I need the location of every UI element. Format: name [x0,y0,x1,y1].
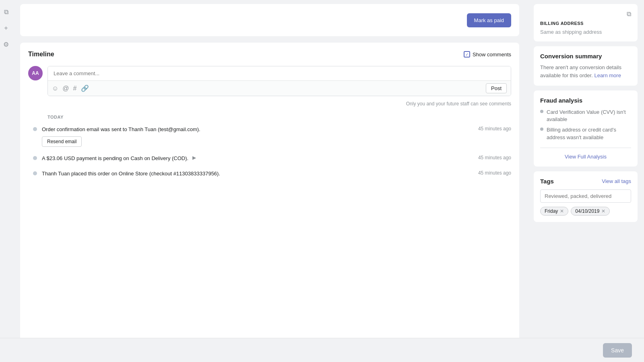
learn-more-link[interactable]: Learn more [594,72,621,78]
tag-chip-date: 04/10/2019 ✕ [571,207,610,216]
event-text: Thanh Tuan placed this order on Online S… [42,170,220,177]
billing-address-card: ⧉ BILLING ADDRESS Same as shipping addre… [534,4,638,41]
tags-input[interactable] [540,189,631,203]
expand-arrow-icon[interactable]: ▶ [192,155,196,160]
left-sidebar: ⧉ + ⚙ [0,0,12,362]
avatar: AA [28,66,43,80]
fraud-analysis-title: Fraud analysis [540,97,631,104]
center-content: Mark as paid Timeline ✓ Show comments AA [12,0,527,362]
event-dot [33,156,37,160]
tags-card: Tags View all tags Friday ✕ 04/10/2019 ✕ [534,171,638,222]
plus-icon[interactable]: + [2,24,10,32]
fraud-analysis-card: Fraud analysis Card Verification Value (… [534,90,638,167]
mark-paid-button[interactable]: Mark as paid [467,13,511,27]
timeline-date: TODAY [47,115,511,119]
timeline-event: A $23.06 USD payment is pending on Cash … [28,155,511,162]
fraud-dot [540,110,543,113]
billing-address-title: BILLING ADDRESS [540,21,631,26]
timeline-header: Timeline ✓ Show comments [28,51,511,58]
tags-chips: Friday ✕ 04/10/2019 ✕ [540,207,631,216]
event-time: 45 minutes ago [478,155,511,160]
main-area: Mark as paid Timeline ✓ Show comments AA [12,0,644,362]
conversion-summary-card: Conversion summary There aren't any conv… [534,46,638,86]
event-dot [33,127,37,131]
timeline-title: Timeline [28,51,54,58]
billing-address-text: Same as shipping address [540,29,631,35]
event-time: 45 minutes ago [478,170,511,176]
timeline-event: Thanh Tuan placed this order on Online S… [28,170,511,177]
view-full-analysis-link[interactable]: View Full Analysis [565,154,607,160]
right-sidebar: ⧉ BILLING ADDRESS Same as shipping addre… [527,0,644,362]
copy-icon[interactable]: ⧉ [627,10,631,18]
mention-icon[interactable]: @ [62,85,69,92]
tag-remove-friday[interactable]: ✕ [560,208,564,214]
event-content: A $23.06 USD payment is pending on Cash … [42,155,511,162]
timeline-section: Timeline ✓ Show comments AA ☺ @ # [20,43,519,362]
tag-label: 04/10/2019 [575,208,599,214]
comment-notice: Only you and your future staff can see c… [28,101,511,107]
event-time: 45 minutes ago [478,126,511,132]
copy-icon[interactable]: ⧉ [2,8,10,16]
card-top-icon: ⧉ [540,10,631,18]
tags-header: Tags View all tags [540,178,631,185]
show-comments-label: Show comments [473,51,511,58]
mark-paid-section: Mark as paid [20,4,519,36]
fraud-items: Card Verification Value (CVV) isn't avai… [540,109,631,141]
save-bar: Save [0,338,644,362]
timeline-event: Order confirmation email was sent to Tha… [28,126,511,147]
comment-toolbar: ☺ @ # 🔗 Post [48,80,511,96]
tag-chip-friday: Friday ✕ [540,207,568,216]
comment-input-wrapper: ☺ @ # 🔗 Post [47,66,511,96]
fraud-dot [540,128,543,131]
event-dot [33,171,37,175]
timeline-events: Order confirmation email was sent to Tha… [28,126,511,178]
fraud-item-text: Card Verification Value (CVV) isn't avai… [547,109,631,123]
comment-input[interactable] [48,66,511,80]
event-text: Order confirmation email was sent to Tha… [42,126,200,133]
fraud-item: Billing address or credit card's address… [540,126,631,141]
event-content: Order confirmation email was sent to Tha… [42,126,511,147]
show-comments-toggle[interactable]: ✓ Show comments [464,51,511,58]
resend-email-button[interactable]: Resend email [42,136,82,147]
post-button[interactable]: Post [486,83,507,93]
emoji-icon[interactable]: ☺ [52,85,58,92]
tags-title: Tags [540,178,554,185]
settings-icon[interactable]: ⚙ [2,40,10,48]
fraud-item: Card Verification Value (CVV) isn't avai… [540,109,631,123]
fraud-item-text: Billing address or credit card's address… [547,126,631,141]
comment-area: AA ☺ @ # 🔗 Post [28,66,511,96]
event-text: A $23.06 USD payment is pending on Cash … [42,155,188,162]
hashtag-icon[interactable]: # [73,85,77,92]
save-button[interactable]: Save [603,343,632,358]
tag-remove-date[interactable]: ✕ [601,208,605,214]
event-content: Thanh Tuan placed this order on Online S… [42,170,511,177]
conversion-summary-text: There aren't any conversion details avai… [540,64,631,79]
show-comments-checkbox[interactable]: ✓ [464,51,470,58]
view-all-tags-link[interactable]: View all tags [602,178,631,184]
attachment-icon[interactable]: 🔗 [81,84,89,92]
view-full-analysis-section: View Full Analysis [540,148,631,160]
tag-label: Friday [545,208,558,214]
conversion-summary-title: Conversion summary [540,53,631,60]
